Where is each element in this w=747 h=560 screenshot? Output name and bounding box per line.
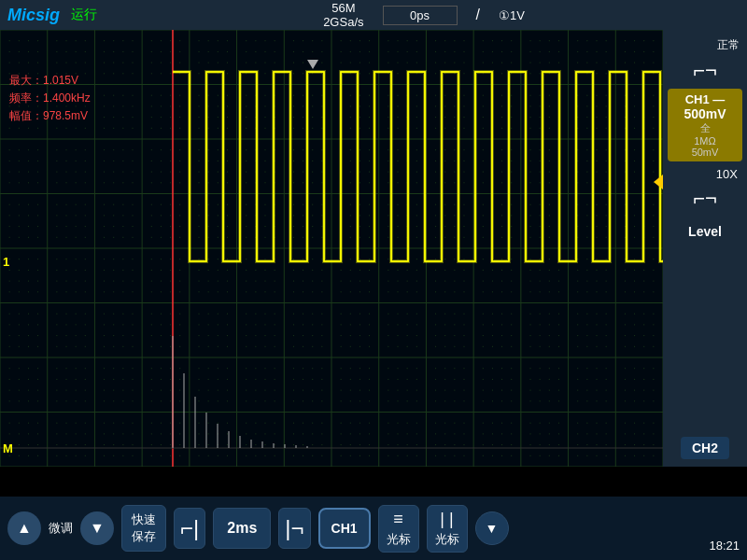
trigger-level: ①1V [499,8,525,22]
measurement-freq: 频率：1.400kHz [9,90,91,107]
grid-canvas [0,30,663,467]
chevron-down-icon: ▼ [486,521,499,536]
horizontal-cursor-label: 光标 [387,531,411,548]
fine-adjust-label: 微调 [49,520,73,537]
wave-symbol-top: ⌐¬ [693,59,717,83]
ch1-full: 全 [675,121,735,135]
trigger-indicator-arrow [654,175,663,189]
measurement-max: 最大：1.015V [9,72,91,90]
level-label: Level [688,224,722,239]
sample-rate-display: 56M 2GSa/s [323,1,363,29]
horizontal-cursor-icon: ≡ [393,510,403,529]
normal-label: 正常 [717,37,743,53]
right-panel: 正常 ⌐¬ CH1 — 500mV 全 1MΩ 50mV 10X ⌐¬ Leve… [663,30,747,467]
ch1-settings-box[interactable]: CH1 — 500mV 全 1MΩ 50mV [668,89,742,161]
wave-shape-left-button[interactable]: ⌐| [174,508,205,549]
horizontal-cursor-button[interactable]: ≡ 光标 [378,505,419,553]
vertical-cursor-icon: | | [440,510,453,529]
fine-adjust-group: 微调 [49,520,73,537]
up-arrow-button[interactable]: ▲ [7,511,41,545]
quick-save-button[interactable]: 快速 保存 [121,505,166,552]
header-bar: Micsig 运行 56M 2GSa/s 0ps / ①1V [0,0,747,30]
ch1-toolbar-button[interactable]: CH1 [318,508,371,549]
trigger-slope-icon: / [476,7,480,23]
vertical-cursor-button[interactable]: | | 光标 [427,505,468,553]
timebase-value[interactable]: 2ms [213,508,271,549]
ch1-measurements: 最大：1.015V 频率：1.400kHz 幅值：978.5mV [9,72,91,126]
down-arrow-icon: ▼ [90,520,105,537]
time-display: 18:21 [709,539,740,553]
wave-shape-right-button[interactable]: |¬ [278,508,310,549]
more-options-button[interactable]: ▼ [475,511,509,545]
logo: Micsig [0,6,67,25]
ch1-title: CH1 — [675,92,735,106]
wave-symbol-bottom: ⌐¬ [693,187,717,211]
ch1-voltage: 500mV [675,106,735,121]
ch2-button[interactable]: CH2 [681,437,729,459]
rising-edge-icon: ⌐| [180,515,199,541]
down-arrow-button[interactable]: ▼ [80,511,114,545]
probe-attenuation: 10X [716,167,743,181]
up-arrow-icon: ▲ [17,520,32,537]
ch1-offset: 50mV [675,147,735,158]
vertical-cursor-label: 光标 [435,531,459,548]
falling-edge-icon: |¬ [285,515,303,541]
toolbar: ▲ 微调 ▼ 快速 保存 ⌐| 2ms |¬ CH1 ≡ 光标 | | 光标 ▼ [0,497,747,560]
status-run: 运行 [67,7,101,23]
scope-area: 最大：1.015V 频率：1.400kHz 幅值：978.5mV [0,30,663,467]
ch1-impedance: 1MΩ [675,135,735,147]
header-center: 56M 2GSa/s 0ps / ①1V [101,1,747,29]
timebase-box[interactable]: 0ps [383,6,458,25]
measurement-amplitude: 幅值：978.5mV [9,107,91,125]
